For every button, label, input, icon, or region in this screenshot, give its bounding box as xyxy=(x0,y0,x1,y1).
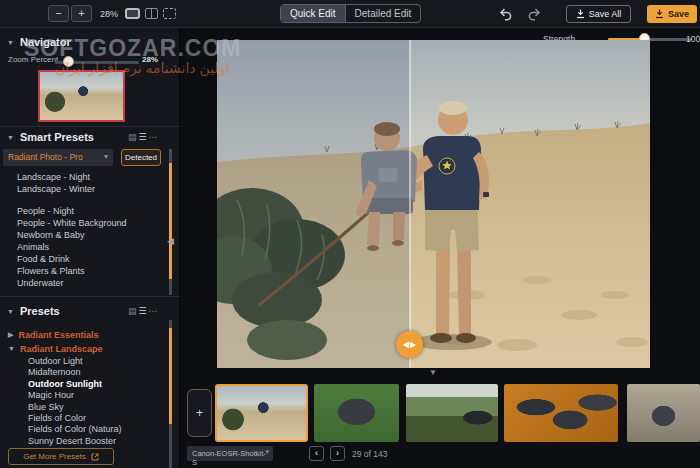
collapse-triangle-icon: ▼ xyxy=(8,345,15,352)
list-item[interactable]: Magic Hour xyxy=(0,390,166,401)
filmstrip-thumbnail[interactable] xyxy=(627,384,700,442)
grid-view-icon[interactable]: ▤ xyxy=(128,306,139,316)
sidebar-collapse-arrow-icon[interactable]: ◀ xyxy=(167,236,174,246)
redo-icon[interactable] xyxy=(527,7,543,21)
filmstrip-thumbnail[interactable] xyxy=(504,384,618,442)
detected-button[interactable]: Detected xyxy=(121,149,161,166)
download-icon xyxy=(655,9,664,19)
smart-presets-header: ▼Smart Presets xyxy=(7,131,94,143)
section-divider xyxy=(0,296,180,297)
tab-detailed-edit[interactable]: Detailed Edit xyxy=(346,5,421,22)
photo-before-after-canvas[interactable] xyxy=(217,40,650,368)
get-more-presets-button[interactable]: Get More Presets xyxy=(8,448,114,465)
grid-view-icon[interactable]: ▤ xyxy=(128,132,139,142)
list-view-icon[interactable]: ☰ xyxy=(139,132,149,142)
next-photo-button[interactable]: › xyxy=(330,446,345,461)
before-after-overlay xyxy=(217,40,650,368)
chevron-down-icon: ▾ xyxy=(265,448,269,456)
scrollbar-thumb[interactable] xyxy=(169,163,172,279)
list-item[interactable]: Outdoor Light xyxy=(0,356,166,367)
zoom-percent-label: Zoom Percent xyxy=(8,55,58,64)
filmstrip-thumbnail-selected[interactable] xyxy=(215,384,308,442)
collapse-triangle-icon[interactable]: ▼ xyxy=(7,134,14,141)
tab-quick-edit[interactable]: Quick Edit xyxy=(281,5,346,22)
list-item[interactable]: Blue Sky xyxy=(0,402,166,413)
external-link-icon xyxy=(91,453,99,461)
filmstrip-collapse-icon[interactable]: ▼ xyxy=(429,368,437,377)
split-left-icon: ◀ xyxy=(403,340,409,349)
compare-view-icon[interactable] xyxy=(145,8,158,19)
expand-triangle-icon: ▶ xyxy=(8,331,13,338)
list-item-selected[interactable]: Outdoor Sunlight xyxy=(0,379,166,390)
preset-group-label: Radiant Landscape xyxy=(20,344,103,354)
edit-mode-tabs: Quick Edit Detailed Edit xyxy=(280,4,421,23)
list-item[interactable]: Landscape - Night xyxy=(0,171,166,183)
presets-list: Outdoor Light Midafternoon Outdoor Sunli… xyxy=(0,356,166,447)
filmstrip-thumbnail[interactable] xyxy=(406,384,498,442)
list-item[interactable]: Landscape - Winter xyxy=(0,183,166,195)
more-icon[interactable]: ⋯ xyxy=(149,306,160,316)
list-item[interactable]: Food & Drink xyxy=(0,253,166,265)
list-gap xyxy=(0,195,166,205)
photo-position-text: 29 of 143 xyxy=(352,449,387,459)
list-view-icon[interactable]: ☰ xyxy=(139,306,149,316)
list-item[interactable]: Fields of Color xyxy=(0,413,166,424)
section-divider xyxy=(0,126,180,127)
split-right-icon: ▶ xyxy=(410,340,416,349)
zoom-in-button[interactable]: + xyxy=(71,5,92,22)
presets-header: ▼Presets xyxy=(7,305,60,317)
save-all-label: Save All xyxy=(589,9,622,19)
save-all-button[interactable]: Save All xyxy=(566,5,631,23)
top-toolbar: − + 28% Quick Edit Detailed Edit Save Al… xyxy=(0,0,700,28)
smart-preset-dropdown[interactable]: Radiant Photo - Pro ▾ xyxy=(3,149,113,166)
strength-value: 100 xyxy=(686,34,700,44)
smart-presets-title: Smart Presets xyxy=(20,131,94,143)
list-item[interactable]: Flowers & Plants xyxy=(0,265,166,277)
navigator-title: Navigator xyxy=(20,36,71,48)
filmstrip-thumbnail[interactable] xyxy=(314,384,399,442)
scrollbar-thumb[interactable] xyxy=(169,328,172,424)
list-item[interactable]: People - Night xyxy=(0,205,166,217)
split-view-icon[interactable] xyxy=(163,8,176,19)
undo-icon[interactable] xyxy=(497,7,513,21)
save-label: Save xyxy=(668,9,689,19)
collapse-triangle-icon[interactable]: ▼ xyxy=(7,308,14,315)
list-item[interactable]: People - White Background xyxy=(0,217,166,229)
split-divider-line xyxy=(409,40,410,368)
list-item[interactable]: Underwater xyxy=(0,277,166,289)
before-after-split-handle[interactable]: ◀▶ xyxy=(396,331,423,358)
get-more-presets-label: Get More Presets xyxy=(23,452,86,461)
list-item[interactable]: Fields of Color (Natura) xyxy=(0,424,166,435)
single-view-icon[interactable] xyxy=(125,8,140,19)
smart-presets-list: Landscape - Night Landscape - Winter Peo… xyxy=(0,171,166,289)
list-item[interactable]: Midafternoon xyxy=(0,367,166,378)
collapse-triangle-icon[interactable]: ▼ xyxy=(7,39,14,46)
download-icon xyxy=(576,9,585,19)
smart-presets-view-icons: ▤☰⋯ xyxy=(128,132,160,142)
add-photos-button[interactable]: + xyxy=(187,389,212,437)
list-item[interactable]: Sunny Desert Booster xyxy=(0,436,166,447)
preset-group-label: Radiant Essentials xyxy=(18,330,98,340)
navigator-preview[interactable] xyxy=(38,70,125,122)
folder-dropdown[interactable]: Canon-EOSR-Shotkit-S ▾ xyxy=(187,446,273,461)
list-item[interactable]: Animals xyxy=(0,241,166,253)
zoom-out-button[interactable]: − xyxy=(48,5,69,22)
zoom-level-value: 28% xyxy=(100,9,118,19)
navigator-header: ▼Navigator xyxy=(7,36,71,48)
left-sidebar: ▼Navigator Zoom Percent 28% ▼Smart Prese… xyxy=(0,28,180,468)
save-button[interactable]: Save xyxy=(647,5,697,23)
smart-preset-dropdown-value: Radiant Photo - Pro xyxy=(8,152,83,162)
list-item[interactable]: Newborn & Baby xyxy=(0,229,166,241)
previous-photo-button[interactable]: ‹ xyxy=(309,446,324,461)
chevron-down-icon: ▾ xyxy=(104,152,108,161)
presets-title: Presets xyxy=(20,305,60,317)
preset-group-radiant-landscape[interactable]: ▼Radiant Landscape xyxy=(0,342,166,356)
zoom-percent-value: 28% xyxy=(142,55,158,64)
presets-view-icons: ▤☰⋯ xyxy=(128,306,160,316)
more-icon[interactable]: ⋯ xyxy=(149,132,160,142)
zoom-percent-slider-thumb[interactable] xyxy=(63,56,74,67)
preset-group-radiant-essentials[interactable]: ▶Radiant Essentials xyxy=(0,328,166,342)
